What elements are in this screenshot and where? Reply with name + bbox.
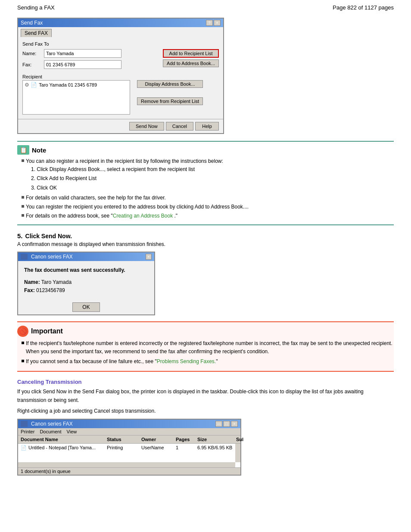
step-description: A confirmation message is displayed when… [17, 241, 394, 247]
help-btn[interactable]: Help [195, 122, 219, 131]
note-item-1: You can also register a recipient in the… [22, 157, 394, 193]
send-now-btn[interactable]: Send Now [129, 122, 164, 131]
row-size: 6.95 KB/6.95 KB [196, 445, 235, 451]
step-text: Click Send Now. [25, 233, 72, 240]
note-title: Note [32, 146, 46, 154]
problems-sending-link[interactable]: Problems Sending Faxes. [157, 358, 216, 364]
confirm-dialog: Canon series FAX × The fax document was … [17, 252, 155, 315]
dialog-help-btn[interactable]: ? [206, 20, 213, 26]
queue-menubar: Printer Document View [18, 428, 240, 436]
note-sub-list: 1. Click Display Address Book..., select… [26, 165, 223, 192]
col-owner: Owner [140, 436, 175, 442]
page-number: Page 822 of 1127 pages [333, 4, 394, 11]
confirm-ok-btn[interactable]: OK [72, 302, 100, 312]
menu-printer[interactable]: Printer [21, 429, 34, 434]
cancel-btn[interactable]: Cancel [166, 122, 193, 131]
important-item-2: If you cannot send a fax because of line… [22, 358, 394, 366]
vertical-scrollbar[interactable] [235, 444, 240, 462]
note-item-4: For details on the address book, see "Cr… [22, 212, 394, 220]
note-sub-item-3: 3. Click OK [31, 184, 223, 192]
send-fax-dialog: Send Fax ? × Send FAX Send Fax To Name: … [17, 18, 224, 134]
queue-dialog-title: Canon series FAX [31, 421, 73, 427]
menu-document[interactable]: Document [40, 429, 61, 434]
row-pages: 1 [175, 445, 196, 451]
menu-view[interactable]: View [67, 429, 77, 434]
add-to-address-btn[interactable]: Add to Address Book... [163, 59, 219, 67]
note-item-2: For details on valid characters, see the… [22, 194, 394, 202]
creating-address-book-link[interactable]: Creating an Address Book [113, 213, 173, 219]
print-queue-dialog: Canon series FAX — □ × Printer Document … [17, 419, 241, 476]
fax-input[interactable] [44, 60, 121, 69]
add-to-recipient-btn[interactable]: Add to Recipient List [163, 49, 219, 58]
queue-scroll-area[interactable]: 📄Untitled - Notepad [Taro Yama... Printi… [18, 444, 240, 467]
remove-from-recipient-btn[interactable]: Remove from Recipient List [137, 97, 203, 105]
cancel-para1: If you click Send Now in the Send Fax di… [17, 388, 394, 404]
name-input[interactable] [44, 49, 121, 58]
col-sub: Sul [235, 436, 261, 442]
row-status: Printing [106, 445, 140, 451]
page-section-title: Sending a FAX [17, 4, 55, 11]
col-size: Size [196, 436, 235, 442]
queue-minimize-btn[interactable]: — [215, 421, 222, 427]
important-icon: 🚫 [17, 326, 28, 337]
dialog-close-btn[interactable]: × [214, 20, 221, 26]
display-address-book-btn[interactable]: Display Address Book... [137, 80, 203, 88]
confirm-name: Name: Taro Yamada [24, 278, 148, 286]
queue-close-btn[interactable]: × [231, 421, 238, 427]
confirm-dialog-title: Canon series FAX [31, 254, 73, 260]
important-title: Important [31, 327, 63, 335]
horizontal-scrollbar[interactable] [18, 462, 235, 467]
note-sub-item-1: 1. Click Display Address Book..., select… [31, 165, 223, 174]
fax-label: Fax: [22, 62, 44, 67]
important-section: 🚫 Important If the recipient's fax/telep… [17, 321, 394, 372]
important-list: If the recipient's fax/telephone number … [17, 339, 394, 366]
note-sub-item-2: 2. Click Add to Recipient List [31, 174, 223, 183]
col-doc-name: Document Name [20, 436, 106, 442]
recipient-item: ⚙ 📄 Taro Yamada 01 2345 6789 [24, 81, 129, 88]
recipient-list[interactable]: ⚙ 📄 Taro Yamada 01 2345 6789 [22, 80, 130, 115]
confirm-fax: Fax: 0123456789 [24, 286, 148, 295]
row-doc-name: 📄Untitled - Notepad [Taro Yama... [20, 445, 106, 451]
queue-maximize-btn[interactable]: □ [223, 421, 230, 427]
table-row: 📄Untitled - Notepad [Taro Yama... Printi… [18, 444, 240, 452]
recipient-label: Recipient [22, 74, 219, 79]
send-fax-to-label: Send Fax To [22, 41, 219, 47]
col-status: Status [106, 436, 140, 442]
cancel-heading: Canceling Transmission [17, 379, 394, 385]
queue-table-header: Document Name Status Owner Pages Size Su… [18, 436, 240, 444]
note-list: You can also register a recipient in the… [17, 157, 394, 220]
cancel-section: Canceling Transmission If you click Send… [17, 379, 394, 476]
note-item-3: You can register the recipient you enter… [22, 203, 394, 211]
note-icon: 📋 [17, 145, 29, 155]
important-item-1: If the recipient's fax/telephone number … [22, 339, 394, 356]
queue-footer: 1 document(s) in queue [18, 467, 240, 475]
col-pages: Pages [175, 436, 196, 442]
confirm-message: The fax document was sent successfully. [24, 266, 148, 274]
dialog-titlebar: Send Fax ? × [18, 19, 223, 27]
confirm-close-btn[interactable]: × [146, 254, 152, 260]
step-5-section: 5. Click Send Now. A confirmation messag… [17, 232, 394, 315]
dialog-title: Send Fax [21, 20, 43, 26]
row-owner: UserName [140, 445, 175, 451]
step-number: 5. [17, 232, 23, 240]
note-section: 📋 Note You can also register a recipient… [17, 141, 394, 225]
name-label: Name: [22, 51, 44, 56]
cancel-para2: Right-clicking a job and selecting Cance… [17, 407, 394, 415]
dialog-tab[interactable]: Send FAX [21, 29, 52, 37]
